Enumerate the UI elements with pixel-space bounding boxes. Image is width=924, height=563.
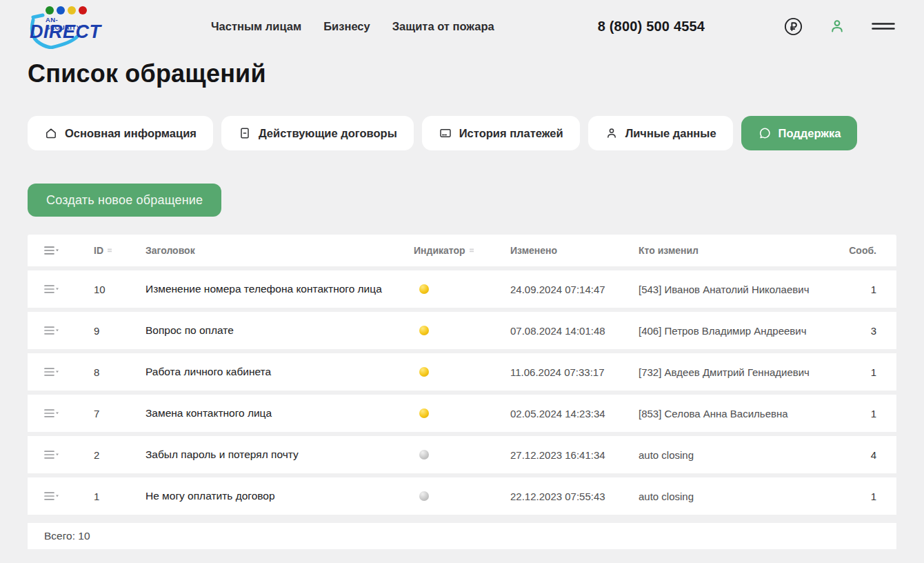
- modified-by: [732] Авдеев Дмитрий Геннадиевич: [639, 366, 841, 378]
- request-title[interactable]: Работа личного кабинета: [145, 366, 414, 378]
- home-icon: [44, 126, 58, 140]
- modified-by: auto closing: [639, 491, 841, 502]
- request-title[interactable]: Замена контактного лица: [145, 407, 414, 419]
- ruble-circle-icon[interactable]: [784, 17, 803, 36]
- table-row[interactable]: 1 Не могу оплатить договор 22.12.2023 07…: [28, 477, 896, 515]
- phone-number[interactable]: 8 (800) 500 4554: [598, 19, 705, 34]
- tab-label: Поддержка: [779, 127, 841, 140]
- modified-date: 07.08.2024 14:01:48: [510, 325, 639, 337]
- section-tabs: Основная информация Действующие договоры…: [0, 88, 924, 150]
- top-icons: [784, 17, 895, 36]
- request-title[interactable]: Не могу оплатить договор: [145, 490, 414, 502]
- column-header-messages[interactable]: Сооб.: [841, 245, 876, 256]
- request-title[interactable]: Изменение номера телефона контактного ли…: [145, 283, 414, 295]
- tab-label: Действующие договоры: [259, 127, 397, 140]
- status-indicator: [414, 408, 510, 418]
- logo-dots-icon: [46, 6, 87, 14]
- page: AN-SECURITY DIRECT Частным лицам Бизнесу…: [0, 0, 924, 563]
- tab-label: Личные данные: [625, 127, 716, 140]
- chat-icon: [758, 126, 772, 140]
- column-header-id[interactable]: ID: [94, 245, 145, 256]
- messages-count: 3: [841, 325, 876, 337]
- sort-icon: [107, 248, 112, 253]
- row-menu-icon[interactable]: [44, 408, 94, 418]
- table-footer: Всего: 10: [28, 523, 896, 549]
- tab-main-info[interactable]: Основная информация: [28, 116, 213, 150]
- modified-by: [853] Селова Анна Васильевна: [639, 408, 841, 419]
- row-menu-icon[interactable]: [44, 284, 94, 294]
- status-indicator: [414, 326, 510, 335]
- tab-active-contracts[interactable]: Действующие договоры: [221, 116, 414, 150]
- status-indicator: [414, 450, 510, 460]
- request-title[interactable]: Забыл пароль и потерял почту: [145, 448, 414, 461]
- column-header-title[interactable]: Заголовок: [145, 245, 414, 256]
- modified-date: 22.12.2023 07:55:43: [510, 491, 639, 502]
- top-bar: AN-SECURITY DIRECT Частным лицам Бизнесу…: [0, 0, 924, 52]
- total-count: Всего: 10: [44, 530, 90, 542]
- requests-table: ID Заголовок Индикатор Изменено Кто изме…: [0, 217, 924, 549]
- row-menu-icon[interactable]: [44, 450, 94, 460]
- request-id: 10: [94, 284, 145, 295]
- nav-link-business[interactable]: Бизнесу: [323, 20, 370, 33]
- modified-date: 27.12.2023 16:41:34: [510, 449, 639, 461]
- messages-count: 1: [841, 491, 876, 502]
- table-row[interactable]: 7 Замена контактного лица 02.05.2024 14:…: [28, 395, 896, 432]
- table-row[interactable]: 9 Вопрос по оплате 07.08.2024 14:01:48 […: [28, 312, 896, 349]
- status-indicator: [414, 367, 510, 377]
- table-row[interactable]: 8 Работа личного кабинета 11.06.2024 07:…: [28, 353, 896, 391]
- modified-by: [406] Петров Владимир Андреевич: [639, 325, 841, 337]
- row-menu-icon[interactable]: [44, 326, 94, 335]
- column-header-indicator[interactable]: Индикатор: [414, 245, 510, 256]
- table-row[interactable]: 10 Изменение номера телефона контактного…: [28, 270, 896, 308]
- request-title[interactable]: Вопрос по оплате: [145, 324, 414, 337]
- messages-count: 1: [841, 408, 876, 419]
- modified-by: auto closing: [639, 449, 841, 461]
- tab-label: История платежей: [459, 127, 563, 140]
- modified-date: 11.06.2024 07:33:17: [510, 366, 639, 378]
- top-navigation: Частным лицам Бизнесу Защита от пожара: [211, 20, 494, 33]
- create-request-button[interactable]: Создать новое обращение: [28, 184, 221, 217]
- column-header-modified[interactable]: Изменено: [510, 245, 639, 256]
- messages-count: 1: [841, 284, 876, 295]
- nav-link-fire-protection[interactable]: Защита от пожара: [392, 20, 494, 33]
- request-id: 8: [94, 366, 145, 378]
- messages-count: 4: [841, 449, 876, 461]
- tab-label: Основная информация: [65, 127, 197, 140]
- logo-brand-main: DIRECT: [30, 21, 101, 43]
- request-id: 2: [94, 449, 145, 461]
- person-icon: [605, 126, 619, 140]
- card-icon: [439, 126, 452, 140]
- row-menu-icon[interactable]: [44, 367, 94, 377]
- tab-personal-data[interactable]: Личные данные: [588, 116, 733, 150]
- nav-link-private[interactable]: Частным лицам: [211, 20, 301, 33]
- request-id: 9: [94, 325, 145, 337]
- user-icon[interactable]: [829, 18, 845, 34]
- tab-payment-history[interactable]: История платежей: [422, 116, 580, 150]
- menu-icon[interactable]: [872, 20, 895, 32]
- document-icon: [238, 126, 252, 140]
- modified-by: [543] Иванов Анатолий Николаевич: [639, 284, 841, 295]
- messages-count: 1: [841, 366, 876, 378]
- table-header-row: ID Заголовок Индикатор Изменено Кто изме…: [28, 235, 896, 266]
- column-header-modified-by[interactable]: Кто изменил: [639, 245, 841, 256]
- sort-icon: [469, 248, 474, 253]
- table-row[interactable]: 2 Забыл пароль и потерял почту 27.12.202…: [28, 436, 896, 473]
- request-id: 1: [94, 491, 145, 502]
- request-id: 7: [94, 408, 145, 419]
- actions-row: Создать новое обращение: [0, 150, 924, 217]
- table-settings-icon[interactable]: [44, 246, 94, 255]
- modified-date: 02.05.2024 14:23:34: [510, 408, 639, 419]
- page-title: Список обращений: [0, 52, 924, 88]
- tab-support[interactable]: Поддержка: [741, 116, 858, 150]
- status-indicator: [414, 491, 510, 501]
- row-menu-icon[interactable]: [44, 491, 94, 501]
- brand-logo[interactable]: AN-SECURITY DIRECT: [28, 5, 92, 48]
- modified-date: 24.09.2024 07:14:47: [510, 284, 639, 295]
- status-indicator: [414, 284, 510, 294]
